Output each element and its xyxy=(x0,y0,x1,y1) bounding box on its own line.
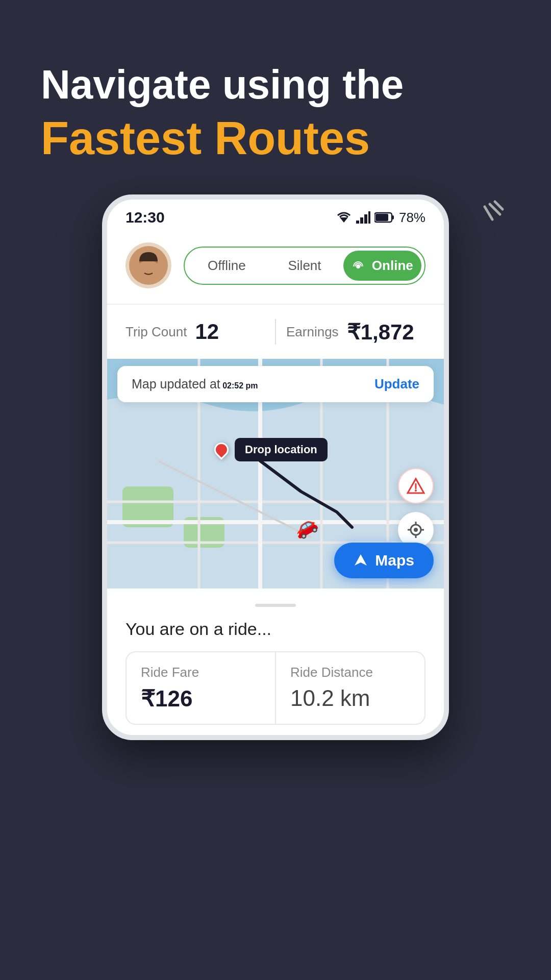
earnings-stat: Earnings ₹1,872 xyxy=(286,320,425,345)
earnings-label: Earnings xyxy=(286,324,339,340)
svg-rect-10 xyxy=(375,214,388,221)
trip-count-stat: Trip Count 12 xyxy=(126,320,265,344)
locate-icon xyxy=(407,521,425,539)
status-icons: 78% xyxy=(336,210,425,226)
svg-line-1 xyxy=(495,202,503,209)
phone-frame: 12:30 xyxy=(102,194,449,740)
hero-title-line1: Navigate using the xyxy=(41,61,510,108)
svg-point-14 xyxy=(356,264,360,268)
bottom-handle xyxy=(255,604,296,607)
pin-marker xyxy=(211,439,232,460)
map-update-text: Map updated at 02:52 pm xyxy=(132,377,258,391)
on-ride-text: You are on a ride... xyxy=(126,619,425,639)
sparkle-decoration xyxy=(459,199,505,240)
wifi-icon xyxy=(336,211,352,224)
svg-marker-3 xyxy=(340,217,348,223)
maps-button[interactable]: Maps xyxy=(334,543,434,578)
svg-rect-9 xyxy=(392,215,394,219)
stats-row: Trip Count 12 Earnings ₹1,872 xyxy=(107,305,444,359)
driver-avatar xyxy=(126,242,171,288)
trip-count-label: Trip Count xyxy=(126,324,187,340)
ride-fare-label: Ride Fare xyxy=(141,665,261,680)
ride-fare-value: ₹126 xyxy=(141,685,261,712)
status-bar: 12:30 xyxy=(107,200,444,232)
status-time: 12:30 xyxy=(126,209,165,226)
ride-distance-label: Ride Distance xyxy=(290,665,410,680)
ride-distance-value: 10.2 km xyxy=(290,685,410,711)
stats-divider xyxy=(275,319,276,345)
navigation-icon xyxy=(354,553,368,568)
map-update-banner: Map updated at 02:52 pm Update xyxy=(117,366,434,402)
earnings-value: ₹1,872 xyxy=(347,320,414,345)
map-controls xyxy=(398,468,434,548)
drop-location-label: Drop location xyxy=(235,438,328,461)
map-wrapper: Map updated at 02:52 pm Update Drop loca… xyxy=(107,359,444,589)
hero-section: Navigate using the Fastest Routes xyxy=(0,0,551,184)
alert-button[interactable] xyxy=(398,468,434,504)
toggle-silent[interactable]: Silent xyxy=(266,251,344,281)
svg-line-2 xyxy=(485,207,492,219)
svg-point-13 xyxy=(136,260,161,281)
alert-icon xyxy=(407,477,425,495)
battery-icon xyxy=(374,212,395,223)
svg-rect-7 xyxy=(368,211,370,224)
map-update-time: 02:52 pm xyxy=(222,381,258,390)
bottom-panel: You are on a ride... Ride Fare ₹126 Ride… xyxy=(107,589,444,735)
maps-button-label: Maps xyxy=(375,552,414,569)
drop-pin: Drop location xyxy=(214,438,328,461)
app-header: Offline Silent Online xyxy=(107,232,444,305)
toggle-offline[interactable]: Offline xyxy=(188,251,266,281)
battery-percent: 78% xyxy=(399,210,425,226)
phone-container: 12:30 xyxy=(102,194,449,740)
svg-rect-4 xyxy=(356,220,359,224)
signal-icon xyxy=(356,211,370,224)
svg-point-28 xyxy=(415,489,417,492)
svg-point-30 xyxy=(414,528,418,532)
trip-count-value: 12 xyxy=(195,320,219,344)
update-button[interactable]: Update xyxy=(374,376,419,392)
ride-distance-item: Ride Distance 10.2 km xyxy=(276,652,424,724)
hero-title-line2: Fastest Routes xyxy=(41,113,510,164)
online-signal-icon xyxy=(352,260,364,273)
svg-rect-5 xyxy=(360,217,363,224)
svg-rect-6 xyxy=(364,214,367,224)
ride-fare-item: Ride Fare ₹126 xyxy=(127,652,276,724)
ride-details-card: Ride Fare ₹126 Ride Distance 10.2 km xyxy=(126,651,425,725)
page-wrapper: Navigate using the Fastest Routes 12:30 xyxy=(0,0,551,980)
toggle-online[interactable]: Online xyxy=(343,251,421,281)
status-toggle[interactable]: Offline Silent Online xyxy=(184,247,425,285)
